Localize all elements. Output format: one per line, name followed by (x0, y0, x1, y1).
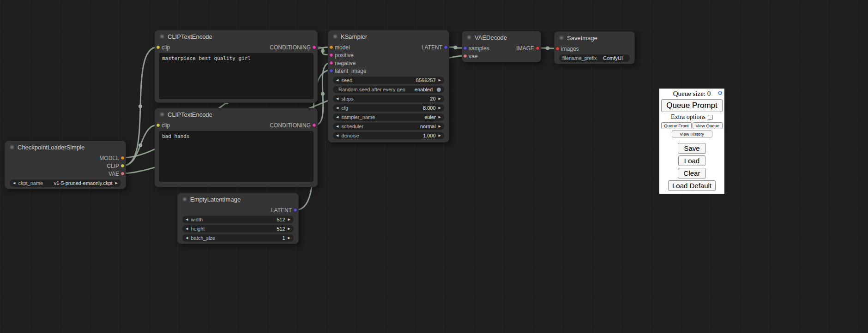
node-title-bar[interactable]: EmptyLatentImage (178, 193, 298, 205)
node-collapse-dot[interactable] (333, 34, 338, 39)
combo-right-arrow-icon[interactable]: ▶ (439, 132, 441, 139)
node-ksampler[interactable]: KSampler model LATENT positive negative … (328, 30, 449, 143)
combo-left-arrow-icon[interactable]: ◀ (13, 179, 15, 187)
link-midpoint-dot[interactable] (454, 46, 458, 49)
images-input-slot[interactable] (555, 47, 560, 51)
node-title-bar[interactable]: CLIPTextEncode (155, 108, 317, 120)
image-output-slot[interactable] (536, 46, 540, 50)
input-label-images: images (561, 46, 579, 52)
node-title-bar[interactable]: CheckpointLoaderSimple (5, 141, 126, 153)
node-title-bar[interactable]: VAEDecode (462, 31, 541, 43)
node-collapse-dot[interactable] (182, 197, 187, 202)
combo-left-arrow-icon[interactable]: ◀ (186, 225, 188, 232)
queue-front-button[interactable]: Queue Front (661, 122, 692, 129)
ckpt-name-combo-widget[interactable]: ◀ ckpt_name v1-5-pruned-emaonly.ckpt ▶ (10, 179, 121, 187)
node-checkpoint-loader[interactable]: CheckpointLoaderSimple MODEL CLIP VAE ◀ … (5, 141, 126, 189)
toggle-indicator-dot[interactable] (437, 88, 441, 92)
sampler-name-widget[interactable]: ◀ sampler_name euler ▶ (333, 113, 444, 121)
view-history-button[interactable]: View History (672, 131, 712, 137)
combo-left-arrow-icon[interactable]: ◀ (186, 234, 188, 242)
width-combo-widget[interactable]: ◀ width 512 ▶ (182, 216, 294, 223)
save-button[interactable]: Save (678, 143, 705, 154)
link-midpoint-dot[interactable] (321, 49, 325, 53)
batch-size-combo-widget[interactable]: ◀ batch_size 1 ▶ (182, 234, 294, 242)
node-vae-decode[interactable]: VAEDecode samples IMAGE vae (462, 31, 541, 62)
combo-right-arrow-icon[interactable]: ▶ (439, 95, 441, 102)
combo-right-arrow-icon[interactable]: ▶ (439, 123, 441, 130)
combo-left-arrow-icon[interactable]: ◀ (336, 132, 338, 139)
vae-output-slot[interactable] (121, 172, 125, 176)
latent-output-slot[interactable] (444, 45, 448, 49)
combo-right-arrow-icon[interactable]: ▶ (439, 77, 441, 84)
queue-size-label: Queue size: (673, 90, 705, 97)
widget-value: 20 (430, 96, 435, 101)
node-collapse-dot[interactable] (467, 35, 471, 40)
node-save-image[interactable]: SaveImage images filename_prefix ComfyUI (554, 31, 635, 64)
positive-input-slot[interactable] (329, 53, 333, 57)
conditioning-output-slot[interactable] (312, 123, 316, 127)
conditioning-output-slot[interactable] (312, 45, 316, 49)
vae-input-slot[interactable] (463, 54, 467, 58)
samples-input-slot[interactable] (463, 46, 467, 50)
combo-left-arrow-icon[interactable]: ◀ (336, 104, 338, 112)
latent-image-input-slot[interactable] (329, 69, 333, 73)
combo-right-arrow-icon[interactable]: ▶ (288, 216, 290, 223)
node-title-label: CLIPTextEncode (168, 33, 212, 40)
node-clip-text-encode-negative[interactable]: CLIPTextEncode clip CONDITIONING bad han… (155, 108, 318, 187)
view-queue-button[interactable]: View Queue (693, 122, 723, 129)
model-output-slot[interactable] (121, 156, 125, 160)
node-title-bar[interactable]: KSampler (328, 30, 449, 42)
combo-left-arrow-icon[interactable]: ◀ (336, 113, 338, 121)
combo-left-arrow-icon[interactable]: ◀ (336, 77, 338, 84)
node-collapse-dot[interactable] (160, 34, 164, 39)
link-midpoint-dot[interactable] (139, 143, 142, 147)
node-collapse-dot[interactable] (160, 112, 164, 117)
combo-left-arrow-icon[interactable]: ◀ (336, 123, 338, 130)
combo-right-arrow-icon[interactable]: ▶ (439, 113, 441, 121)
output-label-vae: VAE (108, 171, 119, 177)
load-default-button[interactable]: Load Default (668, 180, 716, 191)
link-midpoint-dot[interactable] (139, 105, 142, 108)
clip-input-slot[interactable] (156, 123, 160, 127)
clip-output-slot[interactable] (121, 164, 125, 168)
negative-input-slot[interactable] (329, 61, 333, 65)
cfg-widget[interactable]: ◀ cfg 8.000 ▶ (333, 104, 444, 112)
filename-prefix-widget[interactable]: filename_prefix ComfyUI (559, 54, 630, 62)
positive-prompt-textarea[interactable]: masterpiece best quality girl (159, 53, 313, 99)
negative-prompt-textarea[interactable]: bad hands (159, 131, 313, 182)
model-input-slot[interactable] (329, 45, 333, 49)
comfy-menu-panel[interactable]: Queue size: 0 ⚙ Queue Prompt Extra optio… (659, 89, 724, 194)
steps-widget[interactable]: ◀ steps 20 ▶ (333, 95, 444, 102)
node-empty-latent-image[interactable]: EmptyLatentImage LATENT ◀ width 512 ▶ ◀ … (177, 193, 299, 244)
node-clip-text-encode-positive[interactable]: CLIPTextEncode clip CONDITIONING masterp… (155, 30, 318, 103)
slot-row: model LATENT (328, 43, 449, 51)
load-button[interactable]: Load (678, 155, 705, 166)
seed-widget[interactable]: ◀ seed 8566257 ▶ (333, 77, 444, 84)
link-midpoint-dot[interactable] (546, 47, 549, 50)
scheduler-widget[interactable]: ◀ scheduler normal ▶ (333, 123, 444, 130)
node-collapse-dot[interactable] (559, 36, 564, 40)
denoise-widget[interactable]: ◀ denoise 1.000 ▶ (333, 132, 444, 139)
settings-gear-icon[interactable]: ⚙ (717, 90, 723, 96)
widget-label: Random seed after every gen (338, 87, 405, 92)
clip-input-slot[interactable] (156, 45, 160, 49)
latent-output-slot[interactable] (293, 208, 297, 212)
node-collapse-dot[interactable] (10, 145, 14, 149)
link-midpoint-dot[interactable] (321, 92, 325, 96)
combo-right-arrow-icon[interactable]: ▶ (115, 179, 118, 187)
node-title-bar[interactable]: SaveImage (555, 32, 634, 44)
combo-left-arrow-icon[interactable]: ◀ (186, 216, 188, 223)
combo-right-arrow-icon[interactable]: ▶ (439, 104, 441, 112)
extra-options-checkbox[interactable] (708, 115, 713, 120)
slot-row: negative (328, 59, 449, 67)
combo-right-arrow-icon[interactable]: ▶ (288, 225, 290, 232)
node-title-bar[interactable]: CLIPTextEncode (155, 30, 317, 42)
queue-actions-row: Queue Front View Queue (661, 122, 723, 129)
clear-button[interactable]: Clear (678, 168, 706, 178)
random-seed-toggle-widget[interactable]: Random seed after every gen enabled (333, 86, 444, 93)
height-combo-widget[interactable]: ◀ height 512 ▶ (182, 225, 294, 232)
combo-right-arrow-icon[interactable]: ▶ (288, 234, 290, 242)
widget-value: 512 (277, 217, 285, 222)
combo-left-arrow-icon[interactable]: ◀ (336, 95, 338, 102)
queue-prompt-button[interactable]: Queue Prompt (661, 99, 723, 112)
